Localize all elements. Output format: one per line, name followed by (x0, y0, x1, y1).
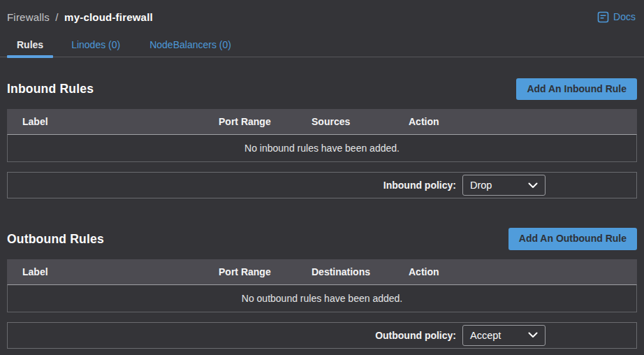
outbound-policy-label: Outbound policy: (375, 330, 456, 341)
chevron-down-icon (528, 332, 538, 338)
outbound-rules-title: Outbound Rules (7, 232, 104, 247)
outbound-policy-select[interactable]: Accept (462, 325, 546, 346)
outbound-table-header-row: Label Port Range Destinations Action (7, 259, 637, 284)
inbound-rules-table: Label Port Range Sources Action No inbou… (7, 109, 637, 162)
tab-linodes[interactable]: Linodes (0) (60, 35, 131, 57)
inbound-empty-message: No inbound rules have been added. (244, 143, 400, 154)
inbound-column-sources: Sources (312, 116, 409, 127)
tab-bar: Rules Linodes (0) NodeBalancers (0) (0, 36, 644, 57)
inbound-policy-row: Inbound policy: Drop (7, 172, 637, 198)
inbound-policy-select[interactable]: Drop (462, 175, 546, 196)
inbound-section-header: Inbound Rules Add An Inbound Rule (7, 78, 637, 100)
breadcrumb-separator: / (55, 11, 58, 23)
breadcrumb-current-firewall: my-cloud-firewall (64, 11, 153, 23)
breadcrumb-firewalls-link[interactable]: Firewalls (7, 11, 50, 23)
inbound-empty-row: No inbound rules have been added. (7, 134, 637, 162)
outbound-column-label: Label (7, 266, 219, 277)
outbound-column-action: Action (409, 266, 637, 277)
outbound-column-port: Port Range (219, 266, 312, 277)
breadcrumb: Firewalls / my-cloud-firewall (7, 11, 153, 23)
outbound-empty-message: No outbound rules have been added. (242, 293, 402, 304)
inbound-policy-label: Inbound policy: (383, 180, 456, 191)
docs-link[interactable]: Docs (597, 11, 636, 23)
inbound-column-label: Label (7, 116, 219, 127)
topbar: Firewalls / my-cloud-firewall Docs (0, 0, 644, 27)
tab-rules[interactable]: Rules (7, 35, 53, 57)
add-outbound-rule-button[interactable]: Add An Outbound Rule (508, 228, 637, 249)
chevron-down-icon (528, 182, 538, 189)
outbound-section-header: Outbound Rules Add An Outbound Rule (7, 228, 637, 249)
docs-link-label: Docs (613, 11, 636, 22)
inbound-column-port: Port Range (219, 116, 312, 127)
firewall-detail-page: Firewalls / my-cloud-firewall Docs Rules… (0, 0, 644, 355)
outbound-policy-value: Accept (470, 330, 501, 341)
inbound-table-header-row: Label Port Range Sources Action (7, 109, 637, 134)
outbound-policy-row: Outbound policy: Accept (7, 322, 637, 349)
inbound-column-action: Action (409, 116, 637, 127)
outbound-column-destinations: Destinations (312, 266, 409, 277)
inbound-policy-value: Drop (470, 180, 492, 191)
outbound-empty-row: No outbound rules have been added. (7, 284, 637, 312)
document-icon (597, 11, 609, 23)
add-inbound-rule-button[interactable]: Add An Inbound Rule (516, 78, 637, 100)
inbound-rules-title: Inbound Rules (7, 82, 94, 96)
tab-nodebalancers[interactable]: NodeBalancers (0) (138, 35, 242, 57)
content-area: Inbound Rules Add An Inbound Rule Label … (0, 78, 644, 349)
outbound-rules-table: Label Port Range Destinations Action No … (7, 259, 637, 312)
